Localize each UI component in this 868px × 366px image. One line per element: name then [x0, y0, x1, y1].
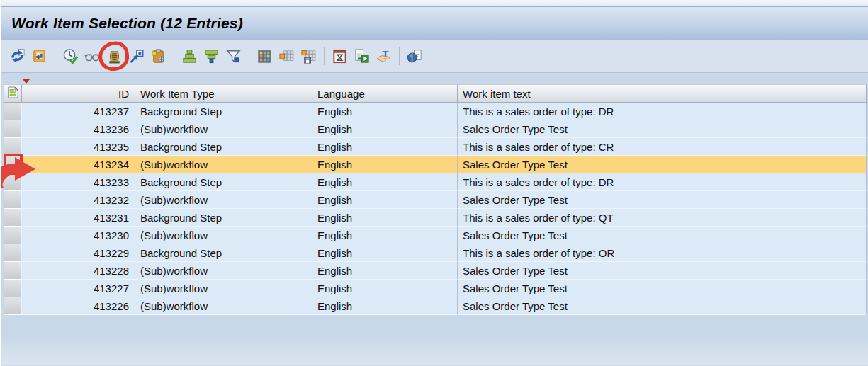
- row-selector[interactable]: [4, 262, 22, 280]
- task-button[interactable]: [147, 46, 169, 67]
- cell-language[interactable]: English: [312, 120, 458, 138]
- cell-work-item-type[interactable]: (Sub)workflow: [135, 262, 312, 280]
- row-selector[interactable]: [4, 191, 22, 209]
- table-row: 413229Background StepEnglishThis is a sa…: [4, 244, 867, 262]
- row-selector[interactable]: [4, 156, 22, 173]
- step-history-button[interactable]: [125, 46, 147, 67]
- sort-descending-button[interactable]: [201, 46, 222, 67]
- row-selector[interactable]: [4, 244, 22, 262]
- select-all-button[interactable]: [4, 84, 22, 103]
- content-area: ID Work Item Type Language Work item tex…: [1, 73, 868, 365]
- cell-id[interactable]: 413234: [22, 156, 135, 173]
- refresh-button[interactable]: [6, 46, 28, 67]
- cell-id[interactable]: 413227: [22, 280, 135, 297]
- change-layout-icon: [278, 48, 295, 64]
- cell-work-item-type[interactable]: (Sub)workflow: [135, 156, 312, 173]
- cell-work-item-text[interactable]: Sales Order Type Test: [458, 120, 867, 138]
- cell-language[interactable]: English: [312, 191, 458, 209]
- execute-button[interactable]: [60, 46, 81, 67]
- cell-id[interactable]: 413231: [22, 209, 135, 227]
- cell-id[interactable]: 413237: [22, 103, 135, 120]
- toolbar: T: [1, 40, 868, 73]
- row-selector[interactable]: [4, 297, 22, 315]
- cell-id[interactable]: 413232: [22, 191, 135, 209]
- cell-work-item-text[interactable]: This is a sales order of type: OR: [458, 244, 867, 262]
- row-selector[interactable]: [4, 209, 22, 227]
- export-work-item-button[interactable]: [351, 46, 373, 67]
- cell-id[interactable]: 413226: [22, 297, 135, 315]
- header-id[interactable]: ID: [22, 84, 135, 103]
- cell-work-item-text[interactable]: Sales Order Type Test: [458, 280, 867, 297]
- cell-id[interactable]: 413228: [22, 262, 135, 280]
- cell-id[interactable]: 413233: [22, 173, 135, 191]
- cell-work-item-type[interactable]: (Sub)workflow: [135, 191, 312, 209]
- cell-work-item-type[interactable]: Background Step: [135, 209, 312, 227]
- cell-work-item-text[interactable]: This is a sales order of type: DR: [458, 173, 867, 191]
- row-selector[interactable]: [4, 227, 22, 244]
- cell-language[interactable]: English: [312, 297, 458, 315]
- print-report-button[interactable]: [404, 46, 426, 67]
- cell-work-item-text[interactable]: Sales Order Type Test: [458, 156, 867, 173]
- page-title: Work Item Selection (12 Entries): [11, 15, 243, 32]
- cell-work-item-text[interactable]: This is a sales order of type: QT: [458, 209, 867, 227]
- toolbar-separator: [399, 47, 400, 65]
- word-processing-button[interactable]: T: [373, 46, 395, 67]
- sort-ascending-button[interactable]: [179, 46, 201, 67]
- toolbar-separator: [249, 47, 249, 65]
- row-selector[interactable]: [4, 103, 22, 120]
- toolbar-separator: [174, 47, 174, 65]
- cell-id[interactable]: 413236: [22, 120, 135, 138]
- cell-work-item-type[interactable]: Background Step: [135, 173, 312, 191]
- task-icon: [150, 48, 167, 64]
- choose-detail-icon: [31, 48, 47, 64]
- cell-id[interactable]: 413229: [22, 244, 135, 262]
- workflow-log-icon: [106, 48, 123, 64]
- header-work-item-type[interactable]: Work Item Type: [135, 84, 312, 103]
- cell-work-item-text[interactable]: This is a sales order of type: CR: [458, 138, 867, 156]
- row-selector[interactable]: [4, 120, 22, 138]
- cell-work-item-type[interactable]: (Sub)workflow: [135, 227, 312, 244]
- annotation-red-square: [4, 154, 23, 175]
- cell-language[interactable]: English: [312, 280, 458, 297]
- header-language[interactable]: Language: [312, 84, 458, 103]
- cell-work-item-text[interactable]: This is a sales order of type: DR: [458, 103, 867, 120]
- cell-work-item-type[interactable]: (Sub)workflow: [135, 280, 312, 297]
- save-layout-button[interactable]: [298, 46, 320, 67]
- choose-detail-button[interactable]: [28, 46, 50, 67]
- cell-work-item-type[interactable]: Background Step: [135, 138, 312, 156]
- cell-work-item-type[interactable]: Background Step: [135, 244, 312, 262]
- cell-work-item-type[interactable]: (Sub)workflow: [135, 120, 312, 138]
- cell-work-item-text[interactable]: Sales Order Type Test: [458, 262, 867, 280]
- time-data-button[interactable]: [329, 46, 351, 67]
- cell-work-item-text[interactable]: Sales Order Type Test: [458, 227, 867, 244]
- display-icon: [84, 48, 101, 64]
- cell-work-item-type[interactable]: Background Step: [135, 103, 312, 120]
- set-filter-icon: [225, 48, 242, 64]
- export-work-item-icon: [354, 48, 370, 64]
- cell-work-item-text[interactable]: Sales Order Type Test: [458, 297, 867, 315]
- cell-language[interactable]: English: [312, 173, 458, 191]
- cell-language[interactable]: English: [312, 156, 458, 173]
- workflow-log-button[interactable]: [103, 46, 125, 67]
- cell-id[interactable]: 413230: [22, 227, 135, 244]
- choose-layout-button[interactable]: [254, 46, 276, 67]
- change-layout-button[interactable]: [276, 46, 298, 67]
- sort-descending-icon: [203, 48, 220, 64]
- table-row: 413233Background StepEnglishThis is a sa…: [4, 173, 867, 191]
- cell-language[interactable]: English: [312, 209, 458, 227]
- row-selector[interactable]: [4, 280, 22, 297]
- cell-work-item-text[interactable]: Sales Order Type Test: [458, 191, 867, 209]
- cell-id[interactable]: 413235: [22, 138, 135, 156]
- cell-language[interactable]: English: [312, 138, 458, 156]
- row-selector[interactable]: [4, 173, 22, 191]
- word-processing-icon: T: [376, 48, 392, 64]
- save-layout-icon: [300, 48, 317, 64]
- header-work-item-text[interactable]: Work item text: [458, 84, 867, 103]
- cell-language[interactable]: English: [312, 227, 458, 244]
- display-button[interactable]: [81, 46, 103, 67]
- cell-work-item-type[interactable]: (Sub)workflow: [135, 297, 312, 315]
- set-filter-button[interactable]: [222, 46, 244, 67]
- cell-language[interactable]: English: [312, 262, 458, 280]
- cell-language[interactable]: English: [312, 244, 458, 262]
- cell-language[interactable]: English: [312, 103, 458, 120]
